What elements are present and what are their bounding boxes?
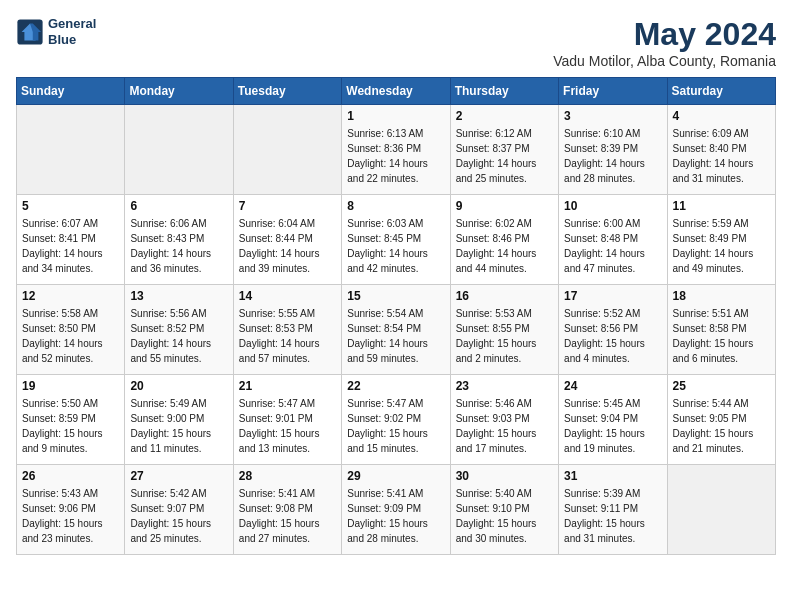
day-number: 1: [347, 109, 444, 123]
week-row-1: 1Sunrise: 6:13 AM Sunset: 8:36 PM Daylig…: [17, 105, 776, 195]
logo-line2: Blue: [48, 32, 96, 48]
day-detail: Sunrise: 5:59 AM Sunset: 8:49 PM Dayligh…: [673, 216, 770, 276]
logo-text: General Blue: [48, 16, 96, 47]
day-number: 6: [130, 199, 227, 213]
title-area: May 2024 Vadu Motilor, Alba County, Roma…: [553, 16, 776, 69]
day-cell: 15Sunrise: 5:54 AM Sunset: 8:54 PM Dayli…: [342, 285, 450, 375]
location-title: Vadu Motilor, Alba County, Romania: [553, 53, 776, 69]
month-title: May 2024: [553, 16, 776, 53]
logo-line1: General: [48, 16, 96, 32]
day-cell: 10Sunrise: 6:00 AM Sunset: 8:48 PM Dayli…: [559, 195, 667, 285]
day-detail: Sunrise: 6:00 AM Sunset: 8:48 PM Dayligh…: [564, 216, 661, 276]
day-number: 20: [130, 379, 227, 393]
day-number: 5: [22, 199, 119, 213]
day-detail: Sunrise: 5:44 AM Sunset: 9:05 PM Dayligh…: [673, 396, 770, 456]
day-detail: Sunrise: 5:42 AM Sunset: 9:07 PM Dayligh…: [130, 486, 227, 546]
day-cell: 20Sunrise: 5:49 AM Sunset: 9:00 PM Dayli…: [125, 375, 233, 465]
day-detail: Sunrise: 5:58 AM Sunset: 8:50 PM Dayligh…: [22, 306, 119, 366]
day-cell: 9Sunrise: 6:02 AM Sunset: 8:46 PM Daylig…: [450, 195, 558, 285]
day-cell: 27Sunrise: 5:42 AM Sunset: 9:07 PM Dayli…: [125, 465, 233, 555]
day-cell: 14Sunrise: 5:55 AM Sunset: 8:53 PM Dayli…: [233, 285, 341, 375]
week-row-2: 5Sunrise: 6:07 AM Sunset: 8:41 PM Daylig…: [17, 195, 776, 285]
day-number: 9: [456, 199, 553, 213]
day-number: 30: [456, 469, 553, 483]
day-cell: 7Sunrise: 6:04 AM Sunset: 8:44 PM Daylig…: [233, 195, 341, 285]
day-cell: 19Sunrise: 5:50 AM Sunset: 8:59 PM Dayli…: [17, 375, 125, 465]
day-cell: 8Sunrise: 6:03 AM Sunset: 8:45 PM Daylig…: [342, 195, 450, 285]
day-detail: Sunrise: 6:12 AM Sunset: 8:37 PM Dayligh…: [456, 126, 553, 186]
day-cell: 30Sunrise: 5:40 AM Sunset: 9:10 PM Dayli…: [450, 465, 558, 555]
day-number: 8: [347, 199, 444, 213]
day-detail: Sunrise: 5:47 AM Sunset: 9:02 PM Dayligh…: [347, 396, 444, 456]
day-cell: 22Sunrise: 5:47 AM Sunset: 9:02 PM Dayli…: [342, 375, 450, 465]
day-number: 17: [564, 289, 661, 303]
day-cell: 6Sunrise: 6:06 AM Sunset: 8:43 PM Daylig…: [125, 195, 233, 285]
day-cell: [17, 105, 125, 195]
day-detail: Sunrise: 6:06 AM Sunset: 8:43 PM Dayligh…: [130, 216, 227, 276]
day-cell: 21Sunrise: 5:47 AM Sunset: 9:01 PM Dayli…: [233, 375, 341, 465]
week-row-4: 19Sunrise: 5:50 AM Sunset: 8:59 PM Dayli…: [17, 375, 776, 465]
day-cell: 23Sunrise: 5:46 AM Sunset: 9:03 PM Dayli…: [450, 375, 558, 465]
day-number: 12: [22, 289, 119, 303]
day-number: 19: [22, 379, 119, 393]
day-number: 16: [456, 289, 553, 303]
day-detail: Sunrise: 5:40 AM Sunset: 9:10 PM Dayligh…: [456, 486, 553, 546]
day-cell: 25Sunrise: 5:44 AM Sunset: 9:05 PM Dayli…: [667, 375, 775, 465]
day-detail: Sunrise: 6:09 AM Sunset: 8:40 PM Dayligh…: [673, 126, 770, 186]
day-detail: Sunrise: 6:03 AM Sunset: 8:45 PM Dayligh…: [347, 216, 444, 276]
day-detail: Sunrise: 6:02 AM Sunset: 8:46 PM Dayligh…: [456, 216, 553, 276]
day-cell: [125, 105, 233, 195]
day-cell: [233, 105, 341, 195]
day-detail: Sunrise: 5:43 AM Sunset: 9:06 PM Dayligh…: [22, 486, 119, 546]
day-number: 10: [564, 199, 661, 213]
day-header-wednesday: Wednesday: [342, 78, 450, 105]
day-detail: Sunrise: 5:53 AM Sunset: 8:55 PM Dayligh…: [456, 306, 553, 366]
day-cell: 18Sunrise: 5:51 AM Sunset: 8:58 PM Dayli…: [667, 285, 775, 375]
day-number: 11: [673, 199, 770, 213]
day-cell: 11Sunrise: 5:59 AM Sunset: 8:49 PM Dayli…: [667, 195, 775, 285]
day-number: 21: [239, 379, 336, 393]
day-cell: 24Sunrise: 5:45 AM Sunset: 9:04 PM Dayli…: [559, 375, 667, 465]
day-number: 4: [673, 109, 770, 123]
day-detail: Sunrise: 5:51 AM Sunset: 8:58 PM Dayligh…: [673, 306, 770, 366]
day-cell: 29Sunrise: 5:41 AM Sunset: 9:09 PM Dayli…: [342, 465, 450, 555]
day-detail: Sunrise: 5:54 AM Sunset: 8:54 PM Dayligh…: [347, 306, 444, 366]
day-detail: Sunrise: 6:13 AM Sunset: 8:36 PM Dayligh…: [347, 126, 444, 186]
day-detail: Sunrise: 5:52 AM Sunset: 8:56 PM Dayligh…: [564, 306, 661, 366]
day-header-thursday: Thursday: [450, 78, 558, 105]
day-header-monday: Monday: [125, 78, 233, 105]
day-header-friday: Friday: [559, 78, 667, 105]
day-cell: 4Sunrise: 6:09 AM Sunset: 8:40 PM Daylig…: [667, 105, 775, 195]
day-number: 31: [564, 469, 661, 483]
day-cell: 16Sunrise: 5:53 AM Sunset: 8:55 PM Dayli…: [450, 285, 558, 375]
header-row: SundayMondayTuesdayWednesdayThursdayFrid…: [17, 78, 776, 105]
day-cell: 26Sunrise: 5:43 AM Sunset: 9:06 PM Dayli…: [17, 465, 125, 555]
day-number: 25: [673, 379, 770, 393]
logo: General Blue: [16, 16, 96, 47]
day-cell: 17Sunrise: 5:52 AM Sunset: 8:56 PM Dayli…: [559, 285, 667, 375]
day-number: 23: [456, 379, 553, 393]
day-header-tuesday: Tuesday: [233, 78, 341, 105]
day-detail: Sunrise: 5:56 AM Sunset: 8:52 PM Dayligh…: [130, 306, 227, 366]
day-number: 3: [564, 109, 661, 123]
day-cell: 28Sunrise: 5:41 AM Sunset: 9:08 PM Dayli…: [233, 465, 341, 555]
day-detail: Sunrise: 5:39 AM Sunset: 9:11 PM Dayligh…: [564, 486, 661, 546]
day-number: 29: [347, 469, 444, 483]
day-detail: Sunrise: 6:04 AM Sunset: 8:44 PM Dayligh…: [239, 216, 336, 276]
day-detail: Sunrise: 6:07 AM Sunset: 8:41 PM Dayligh…: [22, 216, 119, 276]
day-detail: Sunrise: 5:41 AM Sunset: 9:09 PM Dayligh…: [347, 486, 444, 546]
day-number: 2: [456, 109, 553, 123]
logo-icon: [16, 18, 44, 46]
day-cell: 1Sunrise: 6:13 AM Sunset: 8:36 PM Daylig…: [342, 105, 450, 195]
day-cell: 2Sunrise: 6:12 AM Sunset: 8:37 PM Daylig…: [450, 105, 558, 195]
day-number: 13: [130, 289, 227, 303]
day-cell: 5Sunrise: 6:07 AM Sunset: 8:41 PM Daylig…: [17, 195, 125, 285]
day-number: 26: [22, 469, 119, 483]
day-header-sunday: Sunday: [17, 78, 125, 105]
day-number: 15: [347, 289, 444, 303]
day-number: 22: [347, 379, 444, 393]
day-number: 27: [130, 469, 227, 483]
day-detail: Sunrise: 5:55 AM Sunset: 8:53 PM Dayligh…: [239, 306, 336, 366]
day-number: 18: [673, 289, 770, 303]
day-detail: Sunrise: 5:50 AM Sunset: 8:59 PM Dayligh…: [22, 396, 119, 456]
